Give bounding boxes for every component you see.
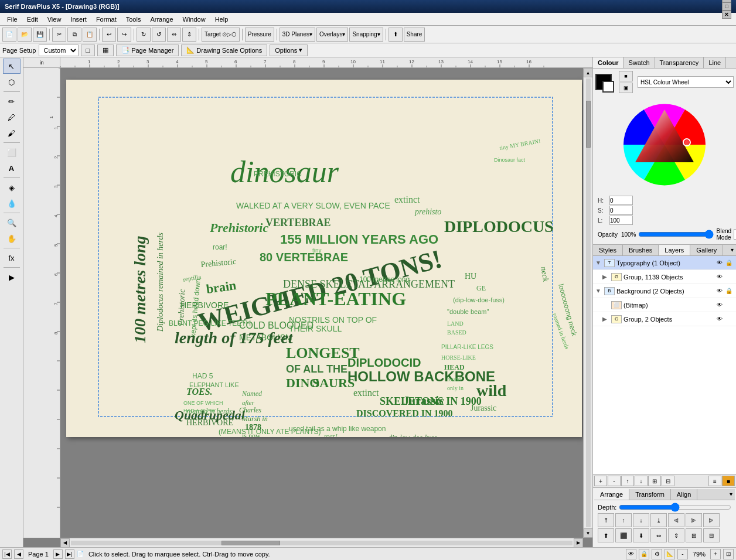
layer-item-bitmap[interactable]: ⬜ (Bitmap) 👁	[593, 298, 736, 312]
menu-arrange[interactable]: Arrange	[145, 13, 178, 25]
ungroup-btn[interactable]: ⊟	[703, 528, 720, 542]
fx-tool[interactable]: fx	[3, 250, 21, 265]
tab-align[interactable]: Align	[671, 489, 697, 500]
layers-panel[interactable]: ▼ T Typography (1 Object) 👁 🔒 ▶ G Group,…	[593, 256, 736, 474]
page-first-btn[interactable]: |◀	[2, 549, 12, 559]
snapping-button[interactable]: Snapping ▾	[349, 28, 383, 42]
pencil-tool[interactable]: ✏	[3, 94, 21, 109]
tab-line[interactable]: Line	[704, 57, 726, 68]
close-button[interactable]: ✕	[722, 11, 731, 19]
layer-eye-group2[interactable]: 👁	[715, 315, 724, 324]
menu-view[interactable]: View	[43, 13, 66, 25]
tab-colour[interactable]: Colour	[593, 57, 623, 68]
align-middle-btn[interactable]: ⬛	[615, 528, 632, 542]
tab-arrange[interactable]: Arrange	[594, 489, 629, 500]
options-btn[interactable]: Options ▾	[270, 45, 308, 56]
overlays-button[interactable]: Overlays ▾	[316, 28, 348, 42]
add-layer-btn[interactable]: +	[594, 476, 607, 486]
more-tool[interactable]: ▶	[3, 269, 21, 285]
menu-window[interactable]: Window	[178, 13, 210, 25]
page-prev-btn[interactable]: ◀	[14, 549, 23, 559]
scroll-left-button[interactable]: ◀	[60, 538, 70, 548]
page-next-btn[interactable]: ▶	[53, 549, 63, 559]
open-button[interactable]: 📂	[18, 28, 32, 42]
bring-forward-btn[interactable]: ↑	[615, 513, 632, 527]
fill-tool[interactable]: ◈	[3, 180, 21, 195]
tab-gallery[interactable]: Gallery	[690, 245, 723, 255]
menu-help[interactable]: Help	[210, 13, 233, 25]
scroll-down-button[interactable]: ▼	[584, 528, 593, 538]
layer-eye-typography[interactable]: 👁	[715, 258, 724, 268]
save-button[interactable]: 💾	[33, 28, 47, 42]
redo-button[interactable]: ↪	[117, 28, 131, 42]
align-top-btn[interactable]: ⬆	[598, 528, 614, 542]
layer-expand-group2[interactable]: ▶	[602, 316, 609, 322]
layer-expand-group1139[interactable]: ▶	[602, 274, 609, 280]
s-input[interactable]	[609, 206, 633, 215]
layer-item-background[interactable]: ▼ B Background (2 Objects) 👁 🔒	[593, 284, 736, 298]
node-tool[interactable]: ⬡	[3, 74, 21, 90]
share-button[interactable]: Share	[404, 28, 425, 42]
scroll-right-button[interactable]: ▶	[574, 538, 583, 548]
align-left-btn[interactable]: ⫷	[668, 513, 684, 527]
group-layer-btn[interactable]: ⊞	[648, 476, 661, 486]
eyedropper-tool[interactable]: 💧	[3, 196, 21, 211]
scroll-track-h[interactable]	[71, 541, 573, 545]
group-btn[interactable]: ⊞	[686, 528, 702, 542]
undo-button[interactable]: ↩	[102, 28, 116, 42]
view-btn-2[interactable]: 🔒	[639, 549, 649, 559]
move-layer-up-btn[interactable]: ↑	[621, 476, 634, 486]
3d-planes-button[interactable]: 3D Planes ▾	[280, 28, 315, 42]
view-btn-4[interactable]: 📐	[665, 549, 675, 559]
layer-lock-typography[interactable]: 🔒	[724, 258, 734, 268]
align-bottom-btn[interactable]: ⬇	[633, 528, 649, 542]
new-button[interactable]: 📄	[2, 28, 16, 42]
rotate-cw-button[interactable]: ↻	[137, 28, 151, 42]
layer-eye-bitmap[interactable]: 👁	[715, 301, 724, 310]
scroll-track-v[interactable]	[586, 78, 591, 527]
layer-lock-group1139[interactable]	[724, 272, 734, 282]
color-wheel-canvas[interactable]	[595, 95, 734, 194]
scroll-up-button[interactable]: ▲	[584, 68, 593, 77]
drawing-scale-btn[interactable]: 📐 Drawing Scale Options	[181, 45, 267, 56]
pan-tool[interactable]: ✋	[3, 231, 21, 246]
brush-tool[interactable]: 🖌	[3, 125, 21, 141]
page-manager-btn[interactable]: 📑 Page Manager	[116, 45, 179, 56]
shape-tool[interactable]: ⬜	[3, 145, 21, 160]
move-layer-down-btn[interactable]: ↓	[635, 476, 648, 486]
color-wheel-type-select[interactable]: HSL Colour Wheel	[638, 76, 734, 88]
pressure-button[interactable]: Pressure	[245, 28, 274, 42]
layer-color-btn[interactable]: ■	[722, 476, 735, 486]
page-color-btn[interactable]: ▦	[97, 45, 114, 56]
menu-insert[interactable]: Insert	[66, 13, 91, 25]
zoom-in-btn[interactable]: +	[710, 549, 721, 559]
layer-lock-group2[interactable]	[724, 315, 734, 324]
view-btn-3[interactable]: ⚙	[652, 549, 662, 559]
align-right-btn[interactable]: ⫸	[703, 513, 720, 527]
pen-tool[interactable]: 🖊	[3, 110, 21, 125]
tab-transparency[interactable]: Transparency	[655, 57, 704, 68]
l-input[interactable]	[609, 216, 633, 225]
background-color-swatch[interactable]	[602, 81, 614, 93]
rotate-ccw-button[interactable]: ↺	[152, 28, 166, 42]
layer-expand-background[interactable]: ▼	[595, 288, 602, 294]
ungroup-layer-btn[interactable]: ⊟	[662, 476, 674, 486]
menu-file[interactable]: File	[2, 13, 22, 25]
layer-expand-typography[interactable]: ▼	[595, 259, 602, 266]
layer-lock-background[interactable]: 🔒	[724, 286, 734, 296]
flip-v-button[interactable]: ⇕	[182, 28, 196, 42]
arrange-panel-expand[interactable]: ▾	[727, 489, 735, 500]
tab-swatch[interactable]: Swatch	[623, 57, 655, 68]
layer-eye-background[interactable]: 👁	[715, 286, 724, 296]
gradient-button[interactable]: ▣	[619, 83, 633, 93]
page-last-btn[interactable]: ▶|	[65, 549, 74, 559]
page-setup-dropdown[interactable]: Custom	[39, 45, 79, 56]
flip-h-button[interactable]: ⇔	[167, 28, 181, 42]
layer-options-btn[interactable]: ≡	[708, 476, 721, 486]
tab-transform[interactable]: Transform	[629, 489, 671, 500]
tab-layers[interactable]: Layers	[659, 245, 690, 255]
maximize-button[interactable]: □	[722, 2, 731, 11]
text-tool[interactable]: A	[3, 161, 21, 176]
scroll-thumb-h[interactable]	[222, 541, 280, 545]
copy-button[interactable]: ⧉	[67, 28, 81, 42]
